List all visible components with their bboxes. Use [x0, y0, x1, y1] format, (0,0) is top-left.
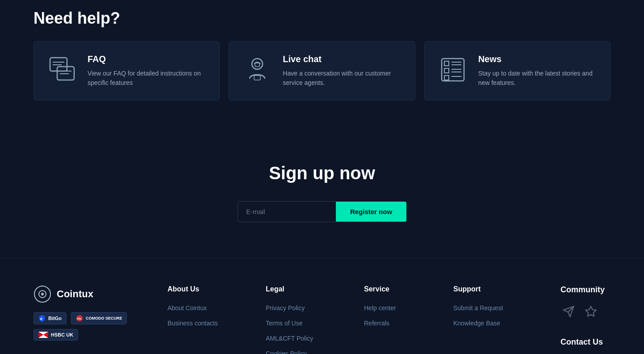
need-help-section: Need help? FAQ View our FAQ for detailed…: [0, 0, 644, 127]
about-cointux-link[interactable]: About Cointux: [167, 304, 207, 312]
comodo-label: COMODO SECURE: [86, 316, 122, 320]
register-button[interactable]: Register now: [336, 202, 406, 222]
footer-col-legal: Legal Privacy Policy Terms of Use AML&CF…: [266, 285, 355, 354]
footer-brand: Cointux B BitGo SSL: [33, 285, 159, 354]
aml-policy-link[interactable]: AML&CFT Policy: [266, 335, 313, 342]
livechat-title: Live chat: [283, 54, 402, 64]
knowledge-base-link[interactable]: Knowledge Base: [453, 320, 500, 327]
business-contacts-link[interactable]: Business contacts: [167, 320, 218, 327]
news-content: News Stay up to date with the latest sto…: [478, 54, 598, 88]
comodo-badge: SSL COMODO SECURE: [71, 312, 127, 324]
footer-col-service: Service Help center Referrals: [364, 285, 444, 354]
faq-title: FAQ: [88, 54, 207, 64]
support-heading: Support: [453, 285, 552, 293]
signup-title: Sign up now: [33, 163, 611, 183]
svg-rect-10: [444, 61, 449, 66]
brand-name: Cointux: [57, 288, 93, 300]
about-heading: About Us: [167, 285, 257, 293]
referrals-link[interactable]: Referrals: [364, 320, 389, 327]
aml-policy-item: AML&CFT Policy: [266, 334, 355, 342]
faq-description: View our FAQ for detailed instructions o…: [88, 69, 207, 88]
privacy-policy-item: Privacy Policy: [266, 304, 355, 312]
referrals-item: Referrals: [364, 319, 444, 327]
livechat-icon: [242, 54, 273, 85]
telegram-icon[interactable]: [560, 303, 577, 320]
submit-request-link[interactable]: Submit a Request: [453, 304, 503, 312]
footer: Cointux B BitGo SSL: [0, 258, 644, 354]
news-card[interactable]: News Stay up to date with the latest sto…: [424, 41, 611, 101]
svg-rect-8: [254, 76, 260, 80]
svg-point-6: [252, 59, 263, 69]
badge-row-2: HSBC UK: [33, 329, 159, 341]
legal-links: Privacy Policy Terms of Use AML&CFT Poli…: [266, 304, 355, 354]
cookies-policy-item: Cookies Policy: [266, 350, 355, 354]
svg-text:B: B: [40, 317, 42, 320]
footer-col-support: Support Submit a Request Knowledge Base: [453, 285, 552, 354]
community-icons: [560, 303, 644, 320]
contact-us-section: Contact Us Support service: support@coin…: [560, 337, 644, 354]
help-cards-container: FAQ View our FAQ for detailed instructio…: [33, 41, 611, 101]
svg-rect-16: [444, 76, 449, 80]
trust-badges: B BitGo SSL COMODO SECURE: [33, 312, 159, 341]
brand-logo: Cointux: [33, 285, 159, 303]
svg-text:SSL: SSL: [77, 317, 82, 320]
faq-card[interactable]: FAQ View our FAQ for detailed instructio…: [33, 41, 220, 101]
submit-request-item: Submit a Request: [453, 304, 552, 312]
livechat-card[interactable]: Live chat Have a conversation with our c…: [229, 41, 415, 101]
svg-point-20: [41, 293, 44, 295]
about-links: About Cointux Business contacts: [167, 304, 257, 327]
footer-grid: Cointux B BitGo SSL: [33, 285, 611, 354]
business-contacts-item: Business contacts: [167, 319, 257, 327]
news-description: Stay up to date with the latest stories …: [478, 69, 598, 88]
faq-icon: [46, 54, 78, 85]
contact-us-heading: Contact Us: [560, 337, 644, 347]
help-center-link[interactable]: Help center: [364, 304, 396, 312]
signup-section: Sign up now Register now: [0, 127, 644, 258]
badge-row-1: B BitGo SSL COMODO SECURE: [33, 312, 159, 324]
need-help-title: Need help?: [33, 9, 611, 28]
livechat-content: Live chat Have a conversation with our c…: [283, 54, 402, 88]
knowledge-base-item: Knowledge Base: [453, 319, 552, 327]
trustpilot-icon[interactable]: [583, 303, 599, 320]
livechat-description: Have a conversation with our customer se…: [283, 69, 402, 88]
service-links: Help center Referrals: [364, 304, 444, 327]
email-input[interactable]: [238, 201, 336, 222]
help-center-item: Help center: [364, 304, 444, 312]
brand-icon: [33, 285, 51, 303]
about-cointux-item: About Cointux: [167, 304, 257, 312]
privacy-policy-link[interactable]: Privacy Policy: [266, 304, 305, 312]
signup-form: Register now: [33, 201, 611, 222]
hsbc-badge: HSBC UK: [33, 329, 78, 341]
faq-content: FAQ View our FAQ for detailed instructio…: [88, 54, 207, 88]
svg-rect-13: [444, 68, 449, 73]
svg-rect-7: [255, 63, 259, 67]
service-heading: Service: [364, 285, 444, 293]
footer-col-community: Community Contact Us Support service:: [560, 285, 644, 354]
cookies-policy-link[interactable]: Cookies Policy: [266, 350, 307, 354]
legal-heading: Legal: [266, 285, 355, 293]
hsbc-label: HSBC UK: [51, 332, 73, 337]
community-heading: Community: [560, 285, 644, 295]
news-title: News: [478, 54, 598, 64]
terms-of-use-link[interactable]: Terms of Use: [266, 320, 302, 327]
bitgo-badge: B BitGo: [33, 312, 67, 324]
terms-of-use-item: Terms of Use: [266, 319, 355, 327]
support-links: Submit a Request Knowledge Base: [453, 304, 552, 327]
svg-marker-27: [585, 306, 596, 316]
news-icon: [437, 54, 468, 85]
footer-col-about: About Us About Cointux Business contacts: [167, 285, 257, 354]
bitgo-label: BitGo: [48, 316, 62, 321]
